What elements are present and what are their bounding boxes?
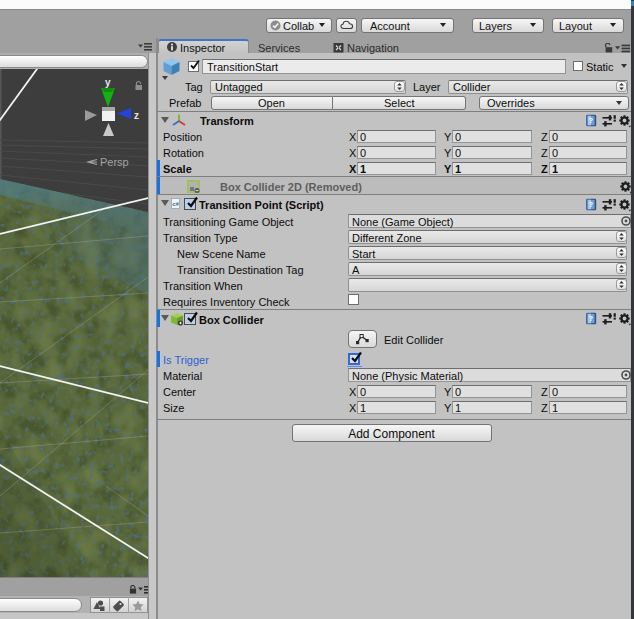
svg-text:z: z	[134, 110, 139, 121]
svg-text:y: y	[105, 77, 111, 88]
svg-text:?: ?	[589, 200, 594, 209]
svg-text:?: ?	[589, 314, 594, 323]
svg-text:c#: c#	[172, 201, 179, 207]
svg-text:Persp: Persp	[100, 156, 129, 168]
svg-text:?: ?	[589, 116, 594, 125]
